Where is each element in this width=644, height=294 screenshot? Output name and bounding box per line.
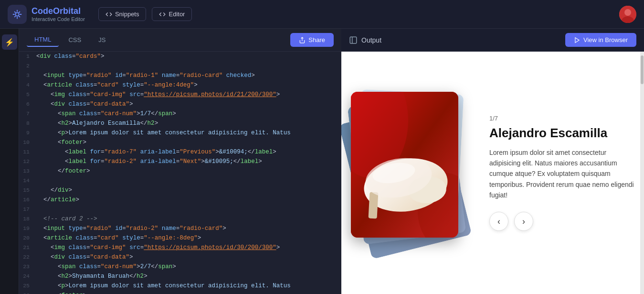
svg-rect-5 [350, 37, 357, 44]
code-line: 16 </article> [19, 195, 341, 205]
code-editor[interactable]: 1 <div class="cards"> 2 3 <input type="r… [19, 52, 341, 294]
code-line: 18 <!-- card 2 --> [19, 214, 341, 224]
left-sidebar: ⚡ [0, 29, 19, 294]
avatar[interactable] [619, 6, 636, 23]
code-line: 1 <div class="cards"> [19, 52, 341, 61]
code-icon [106, 11, 112, 18]
preview-scrollbar[interactable] [640, 52, 644, 294]
logo-icon [8, 5, 27, 24]
code-line: 15 </div> [19, 185, 341, 195]
main-area: ⚡ HTML CSS JS Share 1 <div class="cards"… [0, 29, 644, 294]
tab-html[interactable]: HTML [27, 33, 59, 47]
code-line: 7 <span class="card-num">1/7</span> [19, 109, 341, 119]
lightning-icon[interactable]: ⚡ [2, 34, 17, 50]
code-line: 22 <div class="card-data"> [19, 252, 341, 262]
svg-rect-14 [369, 192, 379, 218]
card-info: 1/7 Alejandro Escamilla Lorem ipsum dolo… [489, 115, 634, 231]
shoe-svg [351, 92, 458, 238]
output-panel: Output View in Browser [341, 29, 644, 294]
code-line: 13 </footer> [19, 166, 341, 176]
next-button[interactable]: › [514, 212, 533, 231]
next-icon: › [522, 217, 525, 227]
tab-js[interactable]: JS [91, 33, 113, 46]
play-icon [574, 37, 581, 44]
output-title: Output [361, 36, 381, 44]
editor-panel: HTML CSS JS Share 1 <div class="cards"> … [19, 29, 341, 294]
logo-area: CodeOrbital Interactive Code Editor [8, 5, 85, 24]
code-line: 26 <footer> [19, 291, 341, 294]
code-line: 5 <img class="card-img" src="https://pic… [19, 90, 341, 99]
editor-tabs: HTML CSS JS Share [19, 29, 341, 52]
card-navigation: ‹ › [489, 212, 634, 231]
code-line: 8 <h2>Alejandro Escamilla</h2> [19, 119, 341, 128]
scrollbar-thumb [641, 55, 644, 84]
prev-icon: ‹ [497, 217, 500, 227]
svg-point-2 [624, 9, 631, 16]
app-subtitle: Interactive Code Editor [32, 16, 85, 22]
code-line: 20 <article class="card" style="--angle:… [19, 233, 341, 243]
code-line: 23 <span class="card-num">2/7</span> [19, 262, 341, 272]
code-line: 9 <p>Lorem ipsum dolor sit amet consecte… [19, 128, 341, 138]
header: CodeOrbital Interactive Code Editor Snip… [0, 0, 644, 29]
snippets-button[interactable]: Snippets [98, 7, 147, 21]
code-line: 6 <div class="card-data"> [19, 99, 341, 109]
preview-content: 1/7 Alejandro Escamilla Lorem ipsum dolo… [341, 52, 644, 294]
card-main [351, 92, 458, 238]
code-line: 10 <footer> [19, 138, 341, 147]
snippets-label: Snippets [115, 11, 139, 18]
view-browser-label: View in Browser [583, 36, 628, 44]
share-button[interactable]: Share [290, 33, 334, 47]
output-icon [349, 36, 358, 44]
code-line: 19 <input type="radio" id="radio-2" name… [19, 224, 341, 233]
card-description: Lorem ipsum dolor sit amet consectetur a… [489, 147, 634, 201]
share-icon [299, 37, 306, 44]
card-counter: 1/7 [489, 115, 634, 122]
code-line: 25 <p>Lorem ipsum dolor sit amet consect… [19, 281, 341, 291]
share-label: Share [308, 36, 325, 44]
editor-label: Editor [169, 11, 185, 18]
code-line: 12 <label for="radio-2" aria-label="Next… [19, 157, 341, 166]
editor-button[interactable]: Editor [152, 7, 192, 21]
code-line: 21 <img class="card-img" src="https://pi… [19, 243, 341, 252]
code-line: 2 [19, 61, 341, 71]
code-line: 11 <label for="radio-7" aria-label="Prev… [19, 147, 341, 157]
card-name: Alejandro Escamilla [489, 126, 634, 141]
code-line: 14 [19, 176, 341, 185]
prev-button[interactable]: ‹ [489, 212, 508, 231]
code-line: 3 <input type="radio" id="radio-1" name=… [19, 71, 341, 80]
output-header: Output View in Browser [341, 29, 644, 52]
card-preview: 1/7 Alejandro Escamilla Lorem ipsum dolo… [341, 52, 644, 294]
tab-css[interactable]: CSS [61, 33, 89, 46]
svg-marker-7 [575, 37, 579, 43]
code-line: 24 <h2>Shyamanta Baruah</h2> [19, 272, 341, 281]
editor-code-icon [159, 11, 166, 18]
code-line: 4 <article class="card" style="--angle:4… [19, 80, 341, 90]
preview-area: 1/7 Alejandro Escamilla Lorem ipsum dolo… [341, 52, 644, 294]
card-stack [351, 92, 475, 254]
view-in-browser-button[interactable]: View in Browser [565, 33, 636, 47]
svg-point-0 [15, 12, 19, 16]
code-line: 17 [19, 205, 341, 214]
avatar-image [619, 6, 636, 23]
app-name: CodeOrbital [32, 6, 85, 16]
